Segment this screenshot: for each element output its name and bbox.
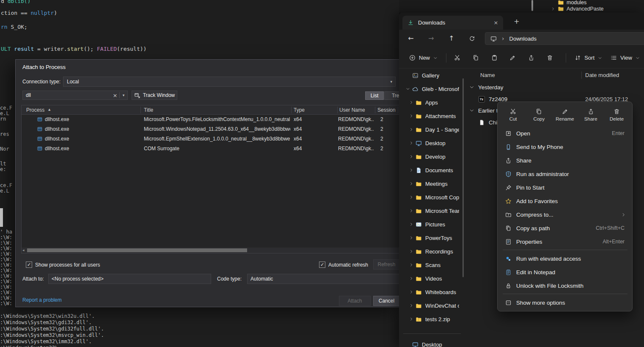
column-divider[interactable]: [581, 72, 582, 79]
close-tab-icon[interactable]: ×: [491, 18, 501, 28]
menu-item-pin-to-start[interactable]: Pin to Start: [500, 181, 630, 194]
quick-action-rename[interactable]: Rename: [552, 104, 578, 125]
menu-item-run-with-elevated-access[interactable]: Run with elevated access: [500, 252, 630, 265]
attach-to-input[interactable]: <No process selected>: [48, 274, 211, 284]
quick-action-delete[interactable]: Delete: [604, 104, 630, 125]
sidebar-item-microsoft-tear[interactable]: Microsoft Tear: [402, 204, 459, 217]
menu-item-show-more-options[interactable]: Show more options: [500, 296, 630, 309]
report-problem-link[interactable]: Report a problem: [22, 297, 62, 303]
column-date-modified[interactable]: Date modified: [585, 72, 619, 78]
tree-item-advancedpaste[interactable]: AdvancedPaste: [551, 5, 604, 12]
column-header-process[interactable]: Process: [26, 107, 44, 113]
sidebar-item-recordings[interactable]: Recordings: [402, 245, 459, 258]
paste-icon[interactable]: [487, 51, 501, 65]
chev-right-icon: [408, 276, 414, 281]
sidebar-item-powertoys[interactable]: PowerToys: [402, 231, 459, 244]
track-window-button[interactable]: Track Window: [132, 91, 177, 100]
show-all-users-checkbox[interactable]: ✓: [26, 262, 32, 268]
attach-button[interactable]: Attach: [339, 296, 371, 306]
sidebar-item-documents[interactable]: Documents: [402, 164, 459, 176]
copy-icon[interactable]: [469, 51, 483, 65]
quick-action-share[interactable]: Share: [578, 104, 604, 125]
column-header-session[interactable]: Session: [377, 107, 396, 113]
tree-item-label: AdvancedPaste: [567, 6, 604, 12]
sidebar-item-gleb-microsoft[interactable]: Gleb - Microsoft: [402, 83, 459, 95]
menu-item-run-as-administrator[interactable]: Run as administrator: [500, 167, 630, 181]
sidebar-item-windevchat-c[interactable]: WinDevChat c: [402, 299, 459, 312]
share-icon[interactable]: [525, 51, 538, 65]
menu-item-label: Copy as path: [516, 225, 550, 231]
forward-icon[interactable]: →: [424, 32, 438, 45]
sidebar-item-apps[interactable]: Apps: [402, 96, 459, 109]
menu-item-send-to-my-phone[interactable]: Send to My Phone: [500, 140, 630, 154]
sidebar-item-day-1-sangee[interactable]: Day 1 - Sangee: [402, 123, 459, 136]
output-fragment: :\W:: [0, 240, 12, 246]
folder-icon: [415, 99, 422, 106]
sidebar-item-scans[interactable]: Scans: [402, 259, 459, 271]
group-header-yesterday[interactable]: Yesterday: [467, 82, 641, 93]
scrollbar-thumb[interactable]: [531, 0, 533, 11]
chevron-down-icon[interactable]: ▾: [120, 94, 127, 97]
menu-item-edit-in-notepad[interactable]: Edit in Notepad: [500, 265, 630, 279]
sidebar-item-tests-2-zip[interactable]: tests 2.zip: [402, 313, 459, 325]
table-row[interactable]: dllhost.exeCOM Surrogatex64REDMOND\gk...…: [22, 144, 399, 154]
horizontal-scrollbar[interactable]: ◂: [22, 248, 399, 253]
menu-item-unlock-with-file-locksmith[interactable]: Unlock with File Locksmith: [500, 279, 630, 292]
menu-item-share[interactable]: Share: [500, 154, 630, 167]
tree-view-button[interactable]: Tree: [384, 91, 399, 100]
sidebar-item-develop[interactable]: Develop: [402, 150, 459, 163]
procwin-icon: [37, 126, 43, 132]
sidebar-item-whiteboards[interactable]: Whiteboards: [402, 286, 459, 298]
sidebar-item-gallery[interactable]: Gallery: [402, 69, 459, 82]
column-name[interactable]: Name: [480, 72, 495, 78]
back-icon[interactable]: ←: [404, 32, 418, 45]
chev-right-icon: [408, 290, 414, 294]
connection-type-dropdown[interactable]: Local ▾: [63, 77, 396, 87]
new-tab-icon[interactable]: +: [512, 17, 522, 27]
table-row[interactable]: dllhost.exeMicrosoft.EpmShellExtension_1…: [22, 134, 399, 144]
sidebar-item-desktop[interactable]: Desktop: [402, 137, 459, 149]
sidebar-item-desktop-pinned[interactable]: Desktop: [402, 338, 459, 347]
refresh-button[interactable]: Refresh: [373, 259, 399, 270]
table-row[interactable]: dllhost.exeMicrosoft.WindowsNotepad_11.2…: [22, 124, 399, 134]
cancel-button[interactable]: Cancel: [373, 296, 399, 306]
code-type-input[interactable]: Automatic: [247, 274, 399, 284]
menu-item-add-to-favorites[interactable]: Add to Favorites: [500, 194, 630, 208]
quick-action-copy[interactable]: Copy: [526, 104, 552, 125]
sidebar-scrollbar[interactable]: [462, 78, 464, 277]
address-bar[interactable]: › Downloads: [485, 32, 644, 45]
sidebar-item-pictures[interactable]: Pictures: [402, 218, 459, 231]
view-button[interactable]: View: [606, 51, 644, 65]
menu-item-properties[interactable]: PropertiesAlt+Enter: [500, 235, 630, 248]
table-row[interactable]: dllhost.exeMicrosoft.PowerToys.FileLocks…: [22, 115, 399, 124]
cut-icon[interactable]: [451, 51, 464, 65]
column-header-title[interactable]: Title: [144, 107, 153, 113]
tab-downloads[interactable]: Downloads ×: [402, 16, 503, 30]
new-button[interactable]: New: [405, 51, 442, 65]
automatic-refresh-checkbox[interactable]: ✓: [319, 262, 325, 268]
sidebar-item-attachments[interactable]: Attachments: [402, 110, 459, 122]
clear-filter-icon[interactable]: ×: [111, 93, 119, 98]
sidebar-item-meetings[interactable]: Meetings: [402, 177, 459, 190]
track-window-icon: [134, 92, 140, 99]
menu-item-open[interactable]: OpenEnter: [500, 127, 630, 140]
quick-action-cut[interactable]: Cut: [500, 104, 526, 125]
up-icon[interactable]: ↑: [444, 32, 459, 45]
sidebar-item-label: Day 1 - Sangee: [425, 127, 459, 133]
rename-icon[interactable]: [506, 51, 520, 65]
menu-item-copy-as-path[interactable]: Copy as pathCtrl+Shift+C: [500, 221, 630, 235]
sidebar-item-microsoft-cop[interactable]: Microsoft Cop: [402, 191, 459, 204]
attach-to-process-dialog: Attach to Process Connection type: Local…: [15, 59, 399, 307]
menu-item-compress-to[interactable]: Compress to...: [500, 208, 630, 221]
refresh-icon[interactable]: [465, 32, 479, 45]
scroll-left-icon[interactable]: ◂: [22, 248, 25, 252]
column-header-user-name[interactable]: User Name: [339, 107, 365, 113]
sidebar-item-videos[interactable]: Videos: [402, 272, 459, 285]
sort-button[interactable]: Sort: [570, 51, 606, 65]
scrollbar-thumb[interactable]: [27, 248, 247, 252]
process-filter-input[interactable]: dll × ▾: [22, 91, 128, 100]
list-view-button[interactable]: List: [365, 91, 384, 100]
delete-icon[interactable]: [543, 51, 557, 65]
column-header-type[interactable]: Type: [294, 107, 305, 113]
output-line: :\Windows\System32\win32u.dll'.: [0, 313, 95, 319]
